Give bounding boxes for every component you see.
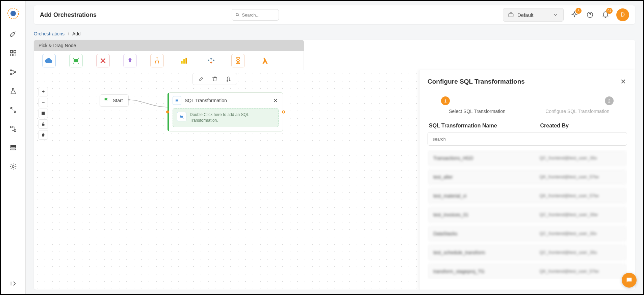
svg-rect-16: [509, 13, 513, 17]
svg-rect-24: [185, 58, 187, 63]
svg-point-31: [628, 279, 628, 280]
pipeline-icon[interactable]: [8, 67, 18, 77]
svg-rect-30: [180, 116, 183, 117]
svg-rect-10: [14, 130, 16, 132]
step-2-label: Configure SQL Transformation: [531, 109, 624, 114]
clear-canvas-button[interactable]: [38, 130, 48, 140]
orchestration-canvas[interactable]: + − Start: [34, 70, 635, 290]
edit-button[interactable]: [198, 75, 205, 83]
list-item[interactable]: transform_stageproj_TGQK_frontend@test_u…: [428, 264, 627, 279]
flask-icon[interactable]: [8, 86, 18, 96]
start-node[interactable]: Start: [100, 94, 129, 107]
svg-rect-13: [10, 149, 16, 150]
zoom-out-button[interactable]: −: [38, 98, 48, 107]
panel-search-input[interactable]: [428, 132, 627, 146]
svg-point-15: [236, 13, 238, 16]
list-item[interactable]: Transactions_HGDQC_frontend@test_user_30…: [428, 150, 627, 166]
step-1-label: Select SQL Transformation: [431, 109, 523, 114]
delete-button[interactable]: [211, 75, 218, 83]
chevron-down-icon: [552, 12, 559, 18]
palette-node-tableau[interactable]: [204, 54, 218, 67]
palette-node-cancel[interactable]: [96, 54, 110, 67]
node-palette: [34, 51, 304, 70]
sql-node-icon: [173, 96, 181, 105]
col-header-name: SQL Transformation Name: [429, 123, 540, 129]
workspace-selector[interactable]: Default: [503, 8, 564, 22]
settings-icon[interactable]: [8, 162, 18, 171]
breadcrumb-current: Add: [72, 31, 81, 36]
svg-rect-22: [181, 61, 182, 64]
sql-node-title: SQL Transformation: [185, 98, 269, 103]
palette-node-lambda[interactable]: [258, 54, 272, 67]
start-node-label: Start: [113, 98, 123, 103]
help-button[interactable]: [585, 10, 595, 20]
workspace-label: Default: [517, 12, 549, 18]
notifications-button[interactable]: 94: [601, 10, 610, 20]
svg-point-21: [158, 62, 159, 63]
svg-rect-3: [14, 51, 16, 53]
user-avatar[interactable]: D: [616, 8, 629, 21]
breadcrumb-root[interactable]: Orchestrations: [34, 31, 65, 36]
palette-header: Pick & Drag Node: [34, 40, 304, 51]
edge-start-to-sql: [128, 97, 171, 111]
panel-close-button[interactable]: ✕: [619, 78, 627, 86]
svg-rect-29: [176, 99, 178, 101]
svg-point-1: [10, 11, 16, 16]
chat-fab[interactable]: [622, 273, 637, 288]
node-input-port[interactable]: [166, 110, 169, 113]
avatar-letter: D: [621, 11, 625, 18]
svg-rect-26: [42, 112, 45, 115]
sql-transformation-node[interactable]: SQL Transformation Double Click here to …: [168, 92, 283, 131]
list-item[interactable]: DataStacksQC_frontend@test_user_30v: [428, 226, 627, 241]
palette-node-branch[interactable]: [150, 54, 164, 67]
configure-panel: Configure SQL Transformations ✕ 1 2 Sele…: [419, 70, 635, 290]
dashboard-icon[interactable]: [8, 49, 18, 58]
sql-node-close[interactable]: [273, 97, 279, 104]
fit-view-button[interactable]: [38, 109, 48, 118]
node-output-port[interactable]: [282, 110, 285, 113]
svg-rect-9: [10, 126, 12, 128]
zoom-in-button[interactable]: +: [38, 87, 48, 96]
stepper: 1 2: [441, 96, 614, 105]
collapse-sidebar-icon[interactable]: [8, 279, 18, 288]
lock-button[interactable]: [38, 119, 48, 129]
svg-rect-23: [183, 59, 185, 63]
route-button[interactable]: [225, 75, 232, 83]
sql-node-hint: Double Click here to add an SQL Transfor…: [190, 112, 274, 123]
sql-placeholder-icon: [177, 112, 186, 121]
list-item[interactable]: test_alterQK_frontend@test_user_57tw: [428, 169, 627, 185]
list-item[interactable]: test_material_viQK_frontend@test_user_57…: [428, 188, 627, 204]
rocket-icon[interactable]: [8, 30, 18, 39]
sql-node-placeholder[interactable]: Double Click here to add an SQL Transfor…: [173, 108, 279, 127]
page-title: Add Orchestrations: [40, 11, 97, 19]
svg-point-20: [155, 62, 156, 63]
col-header-createdby: Created By: [540, 123, 626, 129]
palette-node-upload[interactable]: [123, 54, 137, 67]
help-icon: [586, 11, 594, 19]
svg-point-19: [156, 57, 157, 58]
sparkle-button[interactable]: 8: [570, 10, 579, 20]
list-item[interactable]: test_schedule_transformQC_frontend@test_…: [428, 245, 627, 260]
canvas-toolbar: [192, 73, 237, 85]
palette-node-timer[interactable]: [231, 54, 245, 67]
global-search[interactable]: [232, 9, 279, 21]
step-1[interactable]: 1: [441, 96, 450, 105]
global-search-input[interactable]: [242, 12, 275, 18]
palette-node-cloud[interactable]: [42, 54, 56, 67]
svg-rect-27: [42, 124, 45, 125]
flag-icon: [103, 97, 109, 104]
orchestration-icon[interactable]: [8, 124, 18, 134]
svg-rect-2: [10, 51, 12, 53]
transform-icon[interactable]: [8, 105, 18, 115]
topbar: Add Orchestrations Default 8: [34, 5, 635, 24]
breadcrumb: Orchestrations / Add: [34, 31, 635, 36]
palette-node-powerbi[interactable]: [177, 54, 191, 67]
logs-icon[interactable]: [8, 143, 18, 152]
panel-title: Configure SQL Transformations: [428, 78, 619, 85]
step-2[interactable]: 2: [605, 96, 614, 105]
list-item[interactable]: test_invoices_01QC_frontend@test_user_30…: [428, 207, 627, 223]
svg-rect-18: [74, 59, 78, 62]
svg-rect-12: [10, 147, 16, 148]
palette-node-sql[interactable]: [69, 54, 83, 67]
svg-point-14: [12, 166, 14, 168]
